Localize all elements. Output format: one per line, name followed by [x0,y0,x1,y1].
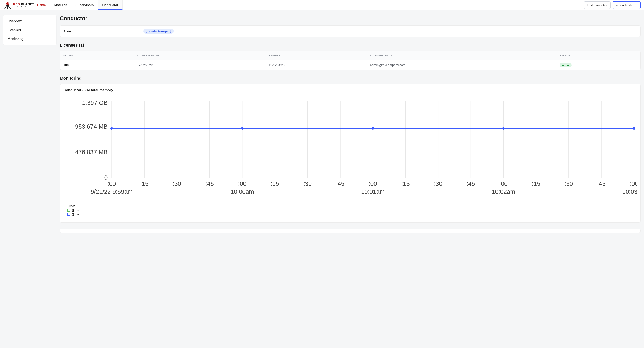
svg-point-1 [6,3,7,4]
cell-nodes: 1000 [60,60,134,70]
cell-expires: 12/12/2023 [266,60,367,70]
svg-text:9/21/22 9:59am: 9/21/22 9:59am [91,188,132,195]
time-range-button[interactable]: Last 5 minutes [584,2,611,9]
svg-text:953.674 MB: 953.674 MB [75,123,108,130]
nav-supervisors[interactable]: Supervisors [71,1,98,10]
main-content: Conductor State [:conductor-open] Licens… [60,15,641,239]
cell-licensee-email: admin@mycompany.com [366,60,556,70]
svg-text::00: :00 [499,180,508,187]
svg-text::15: :15 [532,180,540,187]
cell-valid-starting: 12/12/2022 [134,60,265,70]
licenses-table: NODES VALID STARTING EXPIRES LICENSEE EM… [60,51,640,70]
square-icon [67,209,70,212]
svg-point-54 [633,127,635,130]
svg-text:0: 0 [104,174,108,181]
svg-text:476.837 MB: 476.837 MB [75,149,108,155]
legend-series2-label: {}: [72,213,75,216]
svg-line-5 [9,7,10,9]
brand-black: PLANET [20,2,34,6]
brand-sub: L A B S [13,6,34,8]
svg-text:1.397 GB: 1.397 GB [82,99,108,106]
svg-text::45: :45 [466,180,475,187]
svg-text:10:02am: 10:02am [492,188,515,195]
svg-point-50 [110,127,113,130]
sidebar: Overview Licenses Monitoring [3,15,56,45]
next-card-peek [60,229,641,233]
legend-series1-value: -- [77,209,79,212]
topbar: RED PLANET L A B S Rama Modules Supervis… [0,0,644,10]
legend-time-value: -- [76,204,78,208]
col-licensee-email: LICENSEE EMAIL [366,51,556,60]
legend-time: Time: -- [67,204,637,208]
chart-legend: Time: -- {}: -- {}: -- [63,204,637,216]
state-value-pill: [:conductor-open] [143,29,174,34]
svg-text::15: :15 [271,180,279,187]
svg-text::30: :30 [564,180,573,187]
page-body: Overview Licenses Monitoring Conductor S… [0,10,644,244]
monitoring-title: Monitoring [60,76,641,81]
svg-text::45: :45 [597,180,606,187]
svg-text::45: :45 [206,180,214,187]
col-nodes: NODES [60,51,134,60]
legend-series2-value: -- [77,213,79,216]
svg-text::00: :00 [369,180,377,187]
col-valid-starting: VALID STARTING [134,51,265,60]
svg-rect-3 [6,5,9,7]
nav-modules[interactable]: Modules [50,1,71,10]
svg-text:10:00am: 10:00am [230,188,254,195]
main-nav: Rama Modules Supervisors Conductor [36,1,123,10]
page-title: Conductor [60,15,641,22]
svg-text::00: :00 [238,180,246,187]
licenses-card: NODES VALID STARTING EXPIRES LICENSEE EM… [60,51,641,70]
svg-text::30: :30 [434,180,442,187]
sidebar-item-monitoring[interactable]: Monitoring [3,35,56,43]
svg-text::30: :30 [303,180,312,187]
chart-card: Conductor JVM total memory :009/21/22 9:… [60,84,641,223]
state-label: State [63,30,135,33]
svg-text:10:01am: 10:01am [361,188,385,195]
sidebar-item-licenses[interactable]: Licenses [3,26,56,35]
nav-rama[interactable]: Rama [36,1,50,10]
svg-point-0 [6,2,9,5]
svg-text:10:03am: 10:03am [622,188,637,195]
legend-time-label: Time: [67,204,75,208]
svg-text::15: :15 [401,180,410,187]
autorefresh-button[interactable]: autorefresh: on [613,1,641,9]
svg-text::00: :00 [108,180,116,187]
legend-series-2: {}: -- [67,213,637,216]
state-card: State [:conductor-open] [60,26,641,37]
legend-series1-label: {}: [72,209,75,212]
brand-text: RED PLANET L A B S [13,3,34,8]
col-expires: EXPIRES [266,51,367,60]
sidebar-item-overview[interactable]: Overview [3,17,56,26]
licenses-title: Licenses (1) [60,43,641,48]
table-row: 1000 12/12/2022 12/12/2023 admin@mycompa… [60,60,640,70]
nav-conductor[interactable]: Conductor [98,1,123,10]
brand-logo: RED PLANET L A B S [3,2,34,9]
svg-text::15: :15 [140,180,148,187]
status-badge: active [560,63,572,67]
svg-point-2 [8,3,8,4]
col-status: STATUS [556,51,640,60]
cell-status: active [556,60,640,70]
chart-plot: :009/21/22 9:59am:15:30:45:0010:00am:15:… [63,96,637,202]
svg-point-53 [502,127,504,130]
brand-red: RED [13,2,20,6]
svg-text::45: :45 [336,180,344,187]
chart-svg: :009/21/22 9:59am:15:30:45:0010:00am:15:… [63,96,637,202]
svg-point-52 [372,127,374,130]
legend-series-1: {}: -- [67,209,637,212]
square-icon [67,213,70,216]
svg-text::00: :00 [630,180,637,187]
svg-line-4 [5,7,6,9]
chart-title: Conductor JVM total memory [63,88,637,92]
robot-icon [3,2,12,9]
svg-point-51 [241,127,243,130]
svg-text::30: :30 [173,180,181,187]
